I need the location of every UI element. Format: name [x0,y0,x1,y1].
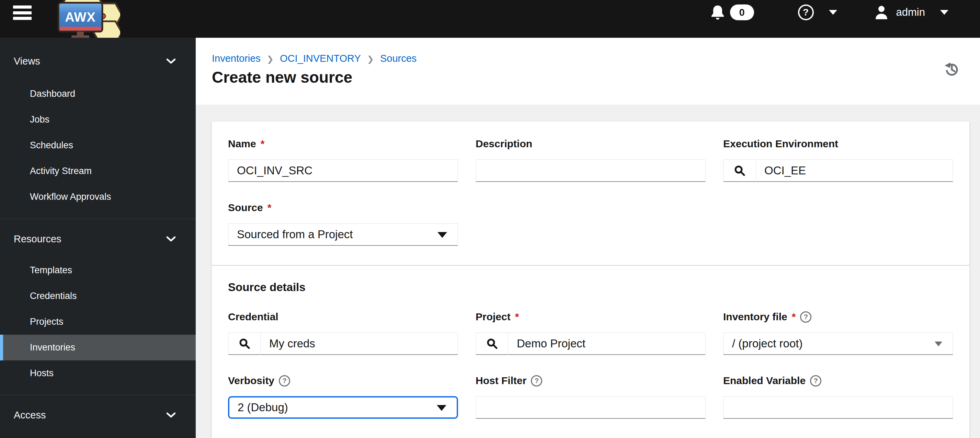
nav-group-resources[interactable]: Resources [0,226,196,252]
notifications-bell-icon[interactable] [711,5,724,20]
breadcrumb-inventories[interactable]: Inventories [212,53,261,64]
execution-environment-input[interactable] [756,159,953,182]
required-asterisk: * [515,310,519,323]
field-description: Description [476,137,706,182]
host-filter-input[interactable] [476,396,706,419]
required-asterisk: * [792,310,796,323]
create-source-form-card: Name * Description Execution Environment [212,122,969,438]
required-asterisk: * [261,137,265,150]
name-input[interactable] [228,159,458,182]
caret-down-icon [438,232,447,238]
field-inventory-file: Inventory file * ? / (project root) [723,310,953,355]
search-icon [734,165,745,176]
sidebar-nav: Views Dashboard Jobs Schedules Activity … [0,38,196,438]
sidebar-item-label: Projects [30,316,64,327]
sidebar-item-label: Dashboard [30,89,75,99]
sidebar-item-label: Schedules [30,140,73,151]
source-select-value: Sourced from a Project [237,228,353,241]
sidebar-item-inventories[interactable]: Inventories [0,335,196,360]
field-host-filter: Host Filter ? [476,374,706,419]
sidebar-item-schedules[interactable]: Schedules [0,132,196,158]
verbosity-select-value: 2 (Debug) [238,401,288,414]
chevron-down-icon [166,412,176,418]
host-filter-label: Host Filter [476,374,527,387]
credential-search-button[interactable] [228,332,260,355]
host-filter-help-icon[interactable]: ? [531,375,542,387]
awx-logo[interactable]: AWX [51,0,120,38]
breadcrumb-oci-inventory[interactable]: OCI_INVENTORY [280,53,361,64]
caret-down-icon [935,341,942,346]
enabled-variable-label: Enabled Variable [723,374,805,387]
help-icon[interactable]: ? [798,5,814,20]
enabled-variable-help-icon[interactable]: ? [810,375,821,387]
sidebar-item-jobs[interactable]: Jobs [0,107,196,132]
top-bar: AWX 0 ? admin [0,0,980,38]
main-content: Inventories ❯ OCI_INVENTORY ❯ Sources Cr… [196,38,980,438]
chevron-down-icon [166,236,176,242]
breadcrumb-separator-icon: ❯ [267,53,274,64]
awx-logo-text: AWX [65,10,96,24]
inventory-file-label: Inventory file [723,310,788,323]
name-label: Name [228,137,256,150]
project-search-button[interactable] [476,332,508,355]
source-details-heading: Source details [228,281,953,294]
sidebar-item-templates[interactable]: Templates [0,257,196,283]
history-icon[interactable] [943,61,959,77]
sidebar-item-label: Inventories [30,342,75,353]
project-input[interactable] [508,332,706,355]
sidebar-item-workflow-approvals[interactable]: Workflow Approvals [0,184,196,210]
verbosity-select[interactable]: 2 (Debug) [228,396,458,419]
source-select[interactable]: Sourced from a Project [228,223,458,246]
card-divider [212,265,969,266]
credential-input[interactable] [260,332,458,355]
required-asterisk: * [267,201,272,214]
verbosity-help-icon[interactable]: ? [279,375,290,387]
sidebar-item-label: Credentials [30,291,77,302]
nav-group-views-label: Views [14,56,40,67]
topbar-actions: 0 ? admin [711,0,948,25]
search-icon [487,338,498,349]
execution-environment-search-button[interactable] [723,159,756,182]
sidebar-item-projects[interactable]: Projects [0,309,196,335]
field-verbosity: Verbosity ? 2 (Debug) [228,374,458,419]
sidebar-item-label: Activity Stream [30,166,92,176]
field-source: Source * Sourced from a Project [228,201,458,246]
verbosity-label: Verbosity [228,374,274,387]
sidebar-item-activity-stream[interactable]: Activity Stream [0,158,196,184]
notification-count-badge[interactable]: 0 [730,5,754,20]
help-caret-down-icon[interactable] [829,10,837,15]
page-title: Create new source [212,68,352,87]
breadcrumb-separator-icon: ❯ [367,53,374,64]
username-label[interactable]: admin [896,6,925,19]
nav-group-access[interactable]: Access [0,402,196,428]
enabled-variable-input[interactable] [723,396,953,419]
chevron-down-icon [166,58,176,64]
credential-label: Credential [228,310,278,323]
inventory-file-help-icon[interactable]: ? [800,311,811,323]
nav-group-resources-label: Resources [14,233,62,245]
field-enabled-variable: Enabled Variable ? [723,374,953,419]
sidebar-item-label: Jobs [30,114,49,125]
field-execution-environment: Execution Environment [723,137,953,182]
breadcrumb-sources[interactable]: Sources [380,53,417,64]
execution-environment-label: Execution Environment [723,137,838,150]
breadcrumb: Inventories ❯ OCI_INVENTORY ❯ Sources [212,53,417,64]
hamburger-menu-icon[interactable] [13,5,32,20]
sidebar-item-hosts[interactable]: Hosts [0,360,196,386]
user-icon [874,5,889,20]
sidebar-item-label: Hosts [30,368,54,379]
caret-down-icon [437,405,446,411]
inventory-file-select[interactable]: / (project root) [723,332,953,355]
sidebar-item-label: Templates [30,265,72,276]
search-icon [239,338,250,349]
sidebar-divider [0,395,196,395]
source-label: Source [228,201,263,214]
user-caret-down-icon[interactable] [940,10,948,15]
nav-group-access-label: Access [14,409,46,421]
page-header-band: Inventories ❯ OCI_INVENTORY ❯ Sources Cr… [196,38,980,105]
sidebar-item-dashboard[interactable]: Dashboard [0,81,196,107]
field-name: Name * [228,137,458,182]
sidebar-item-credentials[interactable]: Credentials [0,283,196,309]
description-input[interactable] [476,159,706,182]
nav-group-views[interactable]: Views [0,48,196,74]
